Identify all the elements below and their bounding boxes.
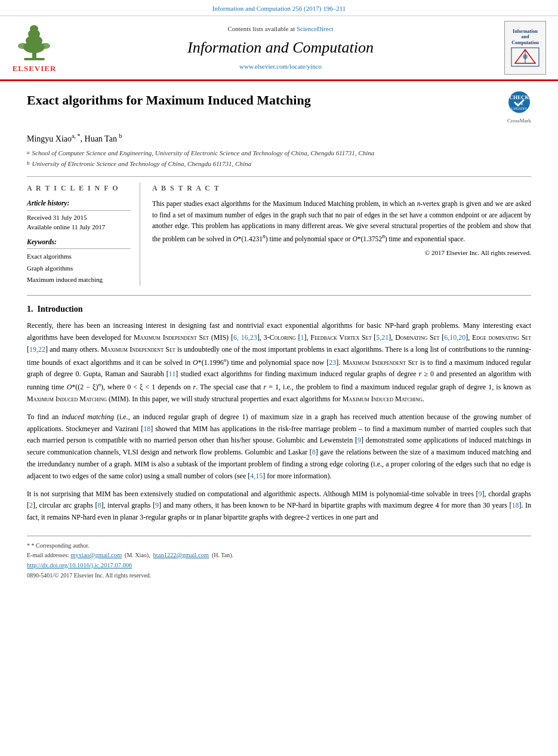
abstract-copyright: © 2017 Elsevier Inc. All rights reserved… [152,248,531,258]
elsevier-logo: ELSEVIER [12,21,57,75]
crossmark-icon: CHECK FOR UPDATES [507,90,531,114]
elsevier-brand-text: ELSEVIER [13,63,57,75]
journal-citation: Information and Computation 256 (2017) 1… [0,0,558,16]
article-info-heading: A R T I C L E I N F O [27,183,131,193]
svg-point-7 [41,43,50,49]
article-info-column: A R T I C L E I N F O Article history: R… [27,183,140,286]
footer-copyright: 0890-5401/© 2017 Elsevier Inc. All right… [27,571,531,580]
keywords-list: Exact algorithms Graph algorithms Maximu… [27,251,131,286]
keyword-2: Graph algorithms [27,263,131,275]
affil1-marker: a [27,148,30,159]
abstract-column: A B S T R A C T This paper studies exact… [152,183,531,286]
svg-point-6 [18,43,27,49]
svg-point-11 [523,54,528,59]
abstract-heading: A B S T R A C T [152,183,531,193]
contents-line: Contents lists available at ScienceDirec… [63,24,498,34]
email1-link[interactable]: myxiao@gmail.com [70,552,122,558]
author1-name: Mingyu Xiao [27,134,72,143]
affil2-line: b University of Electronic Science and T… [27,159,531,170]
svg-rect-1 [24,58,45,60]
section1-para2: To find an induced matching (i.e., an in… [27,411,531,483]
elsevier-tree-graphic [12,21,57,62]
main-content: Exact algorithms for Maximum Induced Mat… [0,81,558,589]
affil2-text: University of Electronic Science and Tec… [32,159,251,170]
affil2-marker: b [27,159,30,170]
citation-text: Information and Computation 256 (2017) 1… [212,5,346,12]
abstract-text: This paper studies exact algorithms for … [152,198,531,244]
section-divider [27,295,531,296]
history-label: Article history: [27,198,131,210]
crossmark-badge: CHECK FOR UPDATES CrossMark [507,90,531,125]
sciencedirect-link[interactable]: ScienceDirect [297,25,334,32]
svg-text:UPDATES: UPDATES [511,107,527,110]
journal-thumbnail: InformationandComputation [504,21,546,75]
corresponding-author-note: * * Corresponding author. [27,541,531,551]
journal-center: Contents lists available at ScienceDirec… [63,24,498,72]
keyword-3: Maximum induced matching [27,274,131,286]
basic-word: basic [367,321,382,330]
email-note: E-mail addresses: myxiao@gmail.com (M. X… [27,551,531,561]
doi-link[interactable]: http://dx.doi.org/10.1016/j.ic.2017.07.0… [27,562,132,568]
authors-line: Mingyu Xiaoa, *, Huan Tan b [27,131,531,145]
affil1-text: School of Computer Science and Engineeri… [32,148,375,159]
email2-link[interactable]: htan1222@gmail.com [153,552,209,558]
author1-sup: a, * [72,133,80,139]
author2-name: Huan Tan [85,134,117,143]
footer-section: * * Corresponding author. E-mail address… [27,536,531,580]
section1-heading: 1. Introduction [27,303,531,315]
svg-text:CHECK: CHECK [509,94,529,100]
affil1-line: a School of Computer Science and Enginee… [27,148,531,159]
svg-point-5 [30,25,38,32]
journal-url: www.elsevier.com/locate/yinco [63,62,498,72]
journal-header: ELSEVIER Contents lists available at Sci… [0,16,558,81]
article-info-abstract: A R T I C L E I N F O Article history: R… [27,176,531,286]
author2-sup: b [119,133,122,139]
keyword-1: Exact algorithms [27,251,131,263]
thumb-title: InformationandComputation [510,27,540,47]
section1-para3: It is not surprising that MIM has been e… [27,488,531,524]
crossmark-label: CrossMark [507,117,531,125]
doi-line: http://dx.doi.org/10.1016/j.ic.2017.07.0… [27,561,531,571]
thumb-box: InformationandComputation [504,21,546,75]
article-title-section: Exact algorithms for Maximum Induced Mat… [27,90,531,125]
article-title: Exact algorithms for Maximum Induced Mat… [27,90,495,110]
section1-para1: Recently, there has been an increasing i… [27,320,531,405]
keywords-label: Keywords: [27,237,131,249]
affiliations: a School of Computer Science and Enginee… [27,148,531,169]
thumb-graphic [510,47,540,67]
received-text: Received 31 July 2015 Available online 1… [27,213,131,232]
journal-title: Information and Computation [63,36,498,59]
